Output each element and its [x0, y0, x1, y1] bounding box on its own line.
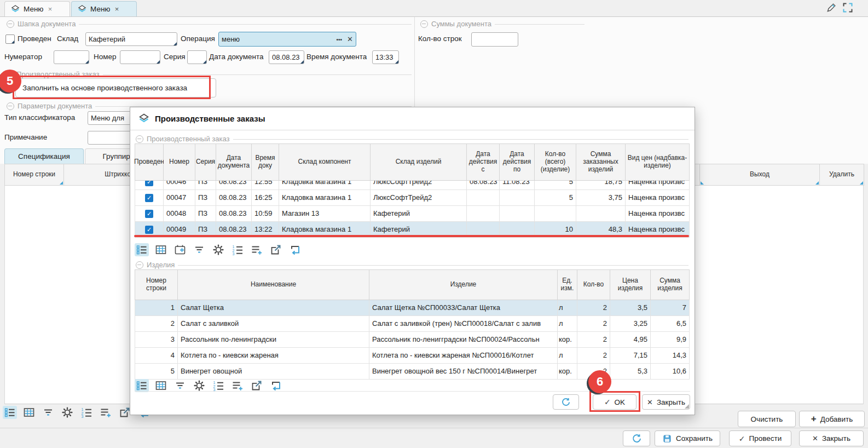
tab-close-icon[interactable] — [114, 5, 120, 13]
export-icon[interactable] — [250, 379, 264, 392]
col-nomer-stroki[interactable]: Номер строки — [5, 164, 64, 186]
post-button[interactable]: Провести — [729, 430, 791, 446]
note-label: Примечание — [4, 133, 47, 141]
rows-count-field[interactable] — [471, 32, 518, 47]
edit-pencil-icon[interactable] — [825, 2, 837, 14]
tab-close-icon[interactable] — [47, 5, 54, 13]
products-toolbar — [135, 379, 283, 392]
order-row[interactable]: 00047 ПЗ 08.08.23 16:25 Кладовка магазин… — [135, 190, 690, 206]
products-column-header[interactable]: Цена изделия — [610, 270, 651, 300]
posted-checkbox[interactable] — [145, 194, 153, 202]
clear-icon[interactable] — [347, 35, 353, 43]
filter-icon[interactable] — [173, 379, 187, 392]
orders-column-header[interactable]: Время доку — [252, 144, 279, 181]
orders-column-header[interactable]: Дата действия по — [500, 144, 535, 181]
calendar-icon[interactable] — [173, 243, 187, 256]
export-icon[interactable] — [269, 243, 283, 256]
numbered-list-icon[interactable] — [79, 406, 94, 419]
product-row[interactable]: 2 Салат с заливкой Салат с заливкой (тре… — [135, 316, 690, 332]
collapse-icon[interactable] — [7, 102, 14, 110]
orders-column-header[interactable]: Склад компонент — [279, 144, 371, 181]
repeat-icon[interactable] — [269, 379, 283, 392]
product-row[interactable]: 3 Рассольник по-ленинградски Рассольник … — [135, 332, 690, 348]
orders-column-header[interactable]: Кол-во (всего) (изделие) — [535, 144, 576, 181]
grid-view-icon[interactable] — [22, 406, 36, 419]
settings-gear-icon[interactable] — [60, 406, 74, 419]
add-list-icon[interactable] — [250, 243, 264, 256]
col-vyhod[interactable]: Выход — [700, 164, 820, 186]
operaciya-label: Операция — [181, 35, 215, 43]
orders-column-header[interactable]: Склад изделий — [371, 144, 467, 181]
save-button[interactable]: Сохранить — [655, 430, 720, 446]
orders-column-header[interactable]: Дата документа — [216, 144, 252, 181]
product-row[interactable]: 1 Салат Щетка Салат Щетка №СП00033/Салат… — [135, 300, 690, 316]
tab-menu-1[interactable]: Меню — [4, 1, 70, 16]
products-column-header[interactable]: Ед. изм. — [558, 270, 577, 300]
section-products: Изделия — [136, 261, 688, 269]
repeat-icon[interactable] — [288, 243, 302, 256]
doc-time-field[interactable]: 13:33 — [372, 50, 399, 64]
dialog-refresh-button[interactable] — [553, 394, 579, 410]
annotation-rect-fill-button — [13, 76, 211, 99]
numerator-field[interactable] — [54, 50, 89, 64]
clear-button[interactable]: Очистить — [738, 411, 796, 427]
dialog-close-button[interactable]: Закрыть — [642, 394, 690, 410]
posted-checkbox[interactable] — [145, 181, 153, 186]
lookup-dots-icon[interactable] — [337, 35, 343, 43]
order-row[interactable]: 00046 ПЗ 08.08.23 12:55 Кладовка магазин… — [135, 181, 690, 190]
sklad-field[interactable]: Кафетерий — [85, 32, 177, 46]
collapse-icon[interactable] — [7, 20, 14, 28]
products-column-header[interactable]: Номер строки — [135, 270, 178, 300]
filter-icon[interactable] — [41, 406, 55, 419]
orders-column-header[interactable]: Вид цен (надбавка-изделие) — [626, 144, 690, 181]
annotation-rect-ok-button — [589, 391, 640, 412]
proveden-checkbox[interactable] — [5, 35, 15, 44]
orders-column-header[interactable]: Номер — [164, 144, 195, 181]
collapse-icon[interactable] — [420, 20, 428, 28]
numbered-list-icon[interactable] — [211, 379, 225, 392]
products-column-header[interactable]: Изделие — [369, 270, 558, 300]
doc-date-label: Дата документа — [209, 53, 263, 61]
collapse-icon[interactable] — [136, 261, 143, 269]
add-list-icon[interactable] — [230, 379, 245, 392]
products-header-row: Номер строкиНаименованиеИзделиеЕд. изм.К… — [135, 270, 690, 300]
products-column-header[interactable]: Наименование — [178, 270, 369, 300]
add-list-icon[interactable] — [99, 406, 113, 419]
order-row[interactable]: 00048 ПЗ 08.08.23 10:59 Магазин 13 Кафет… — [135, 206, 690, 222]
list-view-icon[interactable] — [135, 243, 149, 256]
operaciya-field[interactable]: меню — [218, 32, 356, 47]
tab-label: Меню — [24, 5, 44, 13]
collapse-icon[interactable] — [136, 135, 143, 143]
orders-column-header[interactable]: Дата действия с — [467, 144, 500, 181]
product-row[interactable]: 4 Котлета по - киевски жареная Котлета п… — [135, 348, 690, 364]
grid-view-icon[interactable] — [154, 243, 168, 256]
tab-menu-2[interactable]: Меню — [71, 1, 137, 16]
refresh-button[interactable] — [623, 430, 650, 446]
filter-icon[interactable] — [192, 243, 206, 256]
orders-column-header[interactable]: Серия — [195, 144, 216, 181]
nomer-field[interactable] — [120, 50, 160, 64]
orders-column-header[interactable]: Проведен — [135, 144, 164, 181]
layers-icon — [10, 4, 20, 14]
doc-date-field[interactable]: 08.08.23 — [269, 50, 304, 64]
numbered-list-icon[interactable] — [230, 243, 245, 256]
layers-icon — [77, 4, 87, 14]
check-icon — [739, 434, 745, 443]
grid-view-icon[interactable] — [154, 379, 168, 392]
fullscreen-icon[interactable] — [842, 2, 854, 14]
products-column-header[interactable]: Кол-во — [577, 270, 610, 300]
add-button[interactable]: Добавить — [799, 411, 865, 427]
col-udalit[interactable]: Удалить — [820, 164, 864, 186]
list-view-icon[interactable] — [135, 379, 149, 392]
posted-checkbox[interactable] — [145, 210, 153, 218]
settings-gear-icon[interactable] — [211, 243, 225, 256]
tab-specifikaciya[interactable]: Спецификация — [4, 148, 84, 164]
seriya-field[interactable] — [187, 50, 207, 64]
production-orders-dialog: Производственные заказы Производственный… — [130, 107, 695, 415]
posted-checkbox[interactable] — [145, 226, 153, 234]
products-column-header[interactable]: Сумма изделия — [651, 270, 690, 300]
settings-gear-icon[interactable] — [192, 379, 206, 392]
list-view-icon[interactable] — [3, 406, 17, 419]
orders-column-header[interactable]: Сумма заказанных изделий — [576, 144, 626, 181]
close-button[interactable]: Закрыть — [799, 430, 864, 446]
